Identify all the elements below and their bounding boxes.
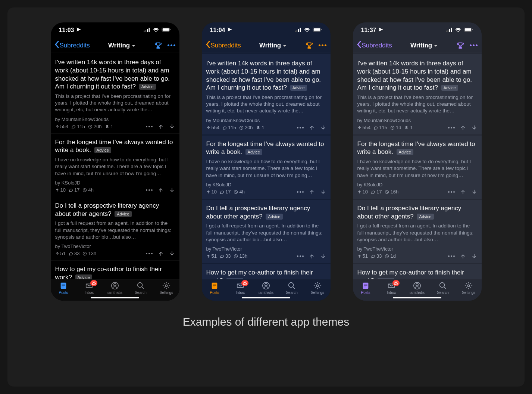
upvote-button[interactable] [158, 251, 164, 257]
post-feed[interactable]: I've written 14k words in three days of … [51, 53, 179, 279]
post-feed[interactable]: I've written 14k words in three days of … [202, 53, 331, 279]
more-icon[interactable] [146, 189, 153, 191]
tab-posts[interactable]: Posts [51, 282, 75, 295]
post-title: How to get my co-author to finish their … [55, 265, 175, 279]
back-button[interactable]: Subreddits [206, 41, 241, 50]
trophy-icon[interactable] [305, 41, 313, 50]
tab-settings[interactable]: Settings [306, 282, 329, 295]
back-button[interactable]: Subreddits [357, 41, 392, 50]
post-feed[interactable]: I've written 14k words in three days of … [353, 53, 482, 279]
more-icon[interactable] [146, 253, 153, 254]
nav-title[interactable]: Writing [259, 42, 287, 49]
more-icon[interactable] [448, 127, 455, 128]
more-options-icon[interactable] [470, 44, 478, 46]
tab-search[interactable]: Search [280, 282, 304, 295]
awards-stat: 1 [105, 124, 113, 129]
score-stat: 51 [55, 251, 66, 256]
tab-iamthatis[interactable]: iamthatis [405, 282, 429, 295]
post-card[interactable]: Do I tell a prospective literary agency … [353, 199, 482, 263]
downvote-button[interactable] [169, 124, 175, 130]
upvote-button[interactable] [309, 125, 315, 131]
post-card[interactable]: For the longest time I've always wanted … [202, 134, 331, 199]
more-icon[interactable] [448, 255, 455, 257]
post-card[interactable]: Do I tell a prospective literary agency … [51, 197, 179, 260]
tab-posts[interactable]: Posts [203, 282, 226, 295]
tab-inbox[interactable]: 25 Inbox [379, 282, 403, 295]
svg-rect-32 [213, 285, 216, 286]
post-excerpt: This is a project that I've been procras… [55, 93, 175, 114]
downvote-button[interactable] [471, 253, 477, 259]
post-card[interactable]: Do I tell a prospective literary agency … [202, 199, 331, 263]
tab-iamthatis[interactable]: iamthatis [254, 282, 278, 295]
post-flair: Advice [417, 214, 434, 220]
more-options-icon[interactable] [319, 44, 326, 46]
svg-rect-39 [447, 30, 448, 32]
downvote-button[interactable] [320, 189, 326, 195]
post-card[interactable]: For the longest time I've always wanted … [353, 134, 482, 199]
downvote-button[interactable] [169, 187, 175, 193]
post-title: For the longest time I've always wanted … [357, 140, 477, 156]
trophy-icon[interactable] [456, 41, 464, 50]
tab-posts[interactable]: Posts [354, 282, 378, 295]
status-bar: 11:04 [202, 22, 331, 38]
more-options-icon[interactable] [168, 44, 175, 46]
svg-point-46 [406, 126, 407, 128]
post-card[interactable]: How to get my co-author to finish their … [51, 260, 179, 279]
tab-inbox[interactable]: 25 Inbox [228, 282, 252, 295]
nav-title[interactable]: Writing [108, 42, 136, 49]
comments-stat: 33 [220, 253, 231, 259]
chevron-left-icon [54, 41, 59, 50]
downvote-button[interactable] [471, 125, 477, 131]
downvote-button[interactable] [320, 253, 326, 259]
more-icon[interactable] [448, 191, 455, 193]
score-stat: 10 [55, 187, 66, 193]
more-icon[interactable] [297, 191, 304, 193]
tab-inbox[interactable]: 25 Inbox [77, 282, 101, 295]
tab-label: Settings [462, 291, 475, 295]
more-icon[interactable] [297, 127, 304, 128]
svg-rect-14 [62, 287, 64, 287]
post-card[interactable]: I've written 14k words in three days of … [202, 53, 331, 134]
more-icon[interactable] [297, 255, 304, 257]
svg-rect-38 [446, 31, 447, 32]
upvote-button[interactable] [460, 253, 466, 259]
downvote-button[interactable] [471, 189, 477, 195]
signal-icon [144, 27, 150, 34]
post-flair: Advice [441, 85, 458, 91]
back-label: Subreddits [362, 42, 392, 49]
post-card[interactable]: For the longest time I've always wanted … [51, 133, 179, 197]
post-card[interactable]: I've written 14k words in three days of … [51, 53, 179, 133]
more-icon[interactable] [146, 126, 153, 127]
post-stats: 554 115 1d 1 [357, 125, 413, 130]
back-button[interactable]: Subreddits [54, 41, 90, 50]
post-byline: by TwoTheVictor [357, 246, 477, 252]
post-card[interactable]: How to get my co-author to finish their … [202, 263, 331, 279]
nav-bar: Subreddits Writing [202, 38, 331, 53]
post-stats: 10 17 16h [357, 189, 399, 195]
post-card[interactable]: How to get my co-author to finish their … [353, 263, 482, 279]
age-stat: 20h [239, 125, 253, 130]
upvote-button[interactable] [309, 253, 315, 259]
home-indicator [393, 297, 441, 298]
post-card[interactable]: I've written 14k words in three days of … [353, 53, 482, 134]
upvote-button[interactable] [460, 125, 466, 131]
tab-settings[interactable]: Settings [154, 282, 178, 295]
post-stats: 51 33 13h [206, 253, 248, 259]
upvote-button[interactable] [309, 189, 315, 195]
trophy-icon[interactable] [154, 41, 162, 50]
upvote-button[interactable] [158, 124, 164, 130]
tab-iamthatis[interactable]: iamthatis [103, 282, 127, 295]
upvote-button[interactable] [158, 187, 164, 193]
tab-search[interactable]: Search [431, 282, 455, 295]
tab-settings[interactable]: Settings [457, 282, 481, 295]
downvote-button[interactable] [169, 251, 175, 257]
upvote-button[interactable] [460, 189, 466, 195]
svg-rect-5 [162, 28, 169, 31]
inbox-badge: 25 [392, 280, 400, 286]
downvote-button[interactable] [320, 125, 326, 131]
tab-search[interactable]: Search [129, 282, 153, 295]
svg-rect-3 [148, 28, 150, 32]
post-title: For the longest time I've always wanted … [206, 140, 326, 156]
svg-point-27 [257, 126, 259, 128]
nav-title[interactable]: Writing [410, 42, 438, 49]
